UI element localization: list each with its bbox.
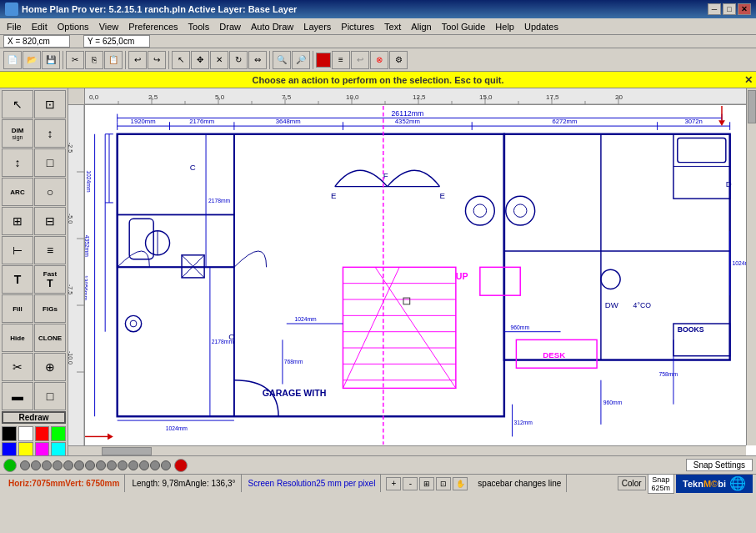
zoom-tool-btn[interactable]: ⊕ [34,353,66,381]
snap-dot-4[interactable] [53,460,63,470]
svg-text:DW: DW [605,300,619,309]
svg-text:12,5: 12,5 [413,93,426,101]
svg-text:13056mm: 13056mm [85,275,88,300]
line2-tool-btn[interactable]: ▬ [2,382,33,410]
menu-item-updates[interactable]: Updates [519,20,563,33]
line-tool-btn[interactable]: ≡ [34,236,66,264]
circle-tool-btn[interactable]: ○ [34,178,66,206]
line-style[interactable]: ≡ [332,51,350,69]
scrollbar-vertical[interactable] [746,88,756,445]
snap-dot-5[interactable] [63,460,73,470]
room-tool-btn[interactable]: ⊞ [2,207,33,235]
extra-tool[interactable]: ⚙ [389,51,408,69]
scrollbar-horizontal[interactable] [68,445,746,455]
fill-tool-btn[interactable]: Fill [2,294,33,323]
snap-dot-10[interactable] [118,460,128,470]
dim2-tool-btn[interactable]: ↕ [34,119,66,148]
add-point-btn[interactable] [3,459,17,472]
maximize-button[interactable]: □ [723,3,736,15]
move-tool-btn[interactable]: ↕ [2,148,33,177]
open-button[interactable]: 📂 [23,51,41,69]
snap-settings-btn[interactable]: Snap Settings [686,459,753,471]
menu-item-autodraw[interactable]: Auto Draw [246,20,298,33]
svg-text:7,5: 7,5 [282,93,292,101]
stop-action[interactable]: ⊗ [370,51,388,69]
snap-dot-13[interactable] [150,460,160,470]
status-message: Choose an action to perform on the selec… [253,75,504,85]
svg-text:5,0: 5,0 [215,93,225,101]
remove-point-btn[interactable] [174,459,188,472]
undo-button[interactable]: ↩ [128,51,147,69]
copy-button[interactable]: ⎘ [85,51,103,69]
zoom-in-button[interactable]: 🔍 [273,51,291,69]
snap-toolbar: Snap Settings [0,455,756,474]
menu-item-text[interactable]: Text [379,20,406,33]
select-tool-btn[interactable]: ↖ [2,90,33,118]
svg-text:0,0: 0,0 [89,93,99,101]
zoom-fit-btn[interactable]: ⊞ [419,477,434,490]
fast-text-btn[interactable]: FastT [34,265,66,294]
snap-dot-9[interactable] [107,460,117,470]
hide-tool-btn[interactable]: Hide [2,324,33,352]
clone-tool-btn[interactable]: CLONE [34,324,66,352]
svg-text:20: 20 [615,93,623,101]
paste-button[interactable]: 📋 [104,51,123,69]
figs-tool-btn[interactable]: FIGs [34,294,66,323]
menu-item-layers[interactable]: Layers [298,20,336,33]
menu-item-toolguide[interactable]: Tool Guide [437,20,491,33]
snap-dot-1[interactable] [20,460,30,470]
color-picker[interactable] [316,53,331,68]
rect-tool-btn[interactable]: □ [34,148,66,177]
snap-dot-6[interactable] [74,460,84,470]
canvas-area[interactable]: 0,0 2,5 5,0 7,5 10,0 12,5 15,0 17,5 20 [68,88,756,455]
cut-button[interactable]: ✂ [66,51,84,69]
select-tool[interactable]: ↖ [172,51,190,69]
menu-item-align[interactable]: Align [406,20,436,33]
horiz-coord: Horiz:7075mm Vert: 6750mm [3,475,125,492]
snap-dot-12[interactable] [139,460,149,470]
snap-dot-11[interactable] [128,460,138,470]
detail-tool-btn[interactable]: ⊟ [34,207,66,235]
arc-tool-btn[interactable]: ARC [2,178,33,206]
rotate-tool[interactable]: ↻ [229,51,248,69]
snap-dot-8[interactable] [96,460,106,470]
window-title: Home Plan Pro ver: 5.2.15.1 ranch.pln Ac… [22,4,708,14]
close-button[interactable]: ✕ [738,3,751,15]
menu-item-draw[interactable]: Draw [214,20,246,33]
dim-tool-btn[interactable]: DIMsign [2,119,33,148]
text-tool-btn[interactable]: T [2,265,33,294]
menu-item-tools[interactable]: Tools [183,20,215,33]
zoom-out-button[interactable]: 🔎 [292,51,310,69]
mirror-tool[interactable]: ⇔ [248,51,267,69]
zoom-in-btn[interactable]: + [386,477,401,490]
menu-item-file[interactable]: File [2,20,27,33]
undo-action[interactable]: ↩ [351,51,369,69]
menu-item-pictures[interactable]: Pictures [336,20,379,33]
zoom-out-btn[interactable]: - [403,477,418,490]
menu-item-preferences[interactable]: Preferences [123,20,183,33]
menu-item-options[interactable]: Options [53,20,94,33]
status-close[interactable]: ✕ [744,74,753,86]
snap-dot-2[interactable] [31,460,41,470]
area-select-btn[interactable]: ⊡ [34,90,66,118]
pan-btn[interactable]: ✋ [453,477,468,490]
menu-item-help[interactable]: Help [490,20,519,33]
zoom-all-btn[interactable]: ⊡ [436,477,451,490]
menu-item-view[interactable]: View [94,20,124,33]
wall-tool-btn[interactable]: ⊢ [2,236,33,264]
snap-dot-3[interactable] [42,460,52,470]
snap-dot-14[interactable] [161,460,171,470]
snap-dot-7[interactable] [85,460,95,470]
box-tool-btn[interactable]: □ [34,382,66,410]
delete-tool[interactable]: ✕ [210,51,228,69]
cut-tool-btn[interactable]: ✂ [2,353,33,381]
move-tool[interactable]: ✥ [191,51,209,69]
redraw-button[interactable]: Redraw [2,411,66,424]
save-button[interactable]: 💾 [42,51,60,69]
minimize-button[interactable]: ─ [708,3,721,15]
svg-text:E: E [331,191,337,200]
new-button[interactable]: 📄 [3,51,22,69]
color-button[interactable]: Color [618,476,646,490]
menu-item-edit[interactable]: Edit [27,20,53,33]
redo-button[interactable]: ↪ [148,51,166,69]
